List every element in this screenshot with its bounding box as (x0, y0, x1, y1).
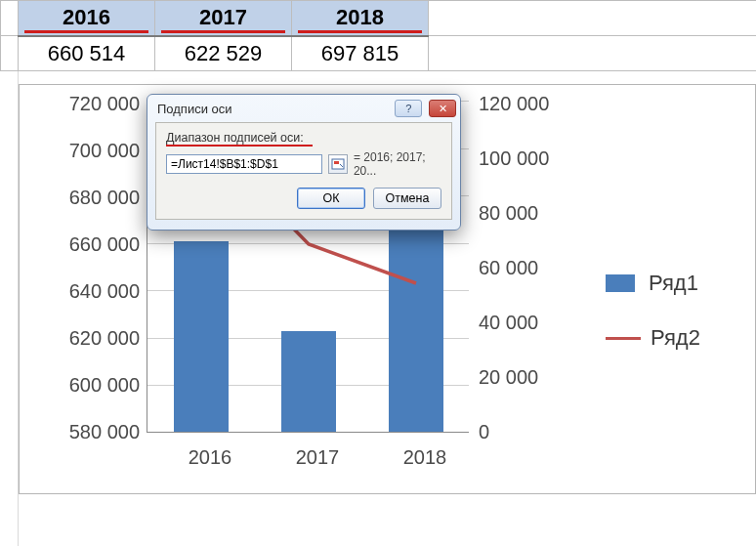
range-preview: = 2016; 2017; 20... (354, 150, 441, 178)
y-left-tick: 600 000 (32, 374, 140, 397)
y-right-tick: 100 000 (479, 147, 576, 170)
axis-labels-dialog: Подписи оси ? ✕ Диапазон подписей оси: =… (147, 94, 461, 231)
legend-label: Ряд2 (651, 325, 700, 351)
col-header-2016[interactable]: 2016 (19, 1, 155, 36)
col-header-2018[interactable]: 2018 (292, 1, 429, 36)
y-left-tick: 660 000 (32, 233, 140, 256)
cell-2018[interactable]: 697 815 (292, 36, 429, 71)
y-left-tick: 620 000 (32, 327, 140, 350)
legend-swatch-bar (606, 274, 635, 292)
y-left-tick: 640 000 (32, 280, 140, 303)
y-right-tick: 0 (479, 421, 576, 443)
ok-button[interactable]: ОК (297, 188, 365, 209)
y-right-tick: 120 000 (479, 93, 576, 115)
data-table: 2016 2017 2018 660 514 622 529 697 815 (0, 0, 756, 71)
col-header-2017[interactable]: 2017 (155, 1, 292, 36)
svg-rect-1 (334, 161, 339, 164)
chart-legend: Ряд1 Ряд2 (606, 271, 700, 380)
y-left-tick: 700 000 (32, 140, 140, 162)
y-right-tick: 80 000 (479, 202, 576, 225)
empty-cell[interactable] (1, 36, 19, 71)
y-left-tick: 680 000 (32, 187, 140, 209)
range-input[interactable] (166, 154, 322, 174)
x-tick: 2018 (386, 446, 464, 469)
range-selector-button[interactable] (328, 154, 348, 174)
help-button[interactable]: ? (395, 100, 422, 117)
empty-cell[interactable] (1, 1, 19, 36)
y-right-tick: 40 000 (479, 312, 576, 334)
dialog-title: Подписи оси (157, 102, 232, 116)
close-button[interactable]: ✕ (429, 100, 456, 117)
empty-cell[interactable] (429, 1, 757, 36)
legend-item-2: Ряд2 (606, 325, 700, 351)
legend-label: Ряд1 (649, 271, 698, 296)
y-left-tick: 580 000 (32, 421, 140, 443)
cancel-button[interactable]: Отмена (373, 188, 441, 209)
legend-item-1: Ряд1 (606, 271, 700, 296)
cell-2016[interactable]: 660 514 (19, 36, 155, 71)
cell-2017[interactable]: 622 529 (155, 36, 292, 71)
y-left-tick: 720 000 (32, 93, 140, 115)
x-tick: 2017 (278, 446, 357, 469)
empty-cell[interactable] (429, 36, 757, 71)
y-right-tick: 60 000 (479, 257, 576, 279)
range-field-label: Диапазон подписей оси: (166, 131, 441, 145)
y-right-tick: 20 000 (479, 366, 576, 389)
legend-swatch-line (606, 337, 641, 340)
x-tick: 2016 (171, 446, 249, 469)
